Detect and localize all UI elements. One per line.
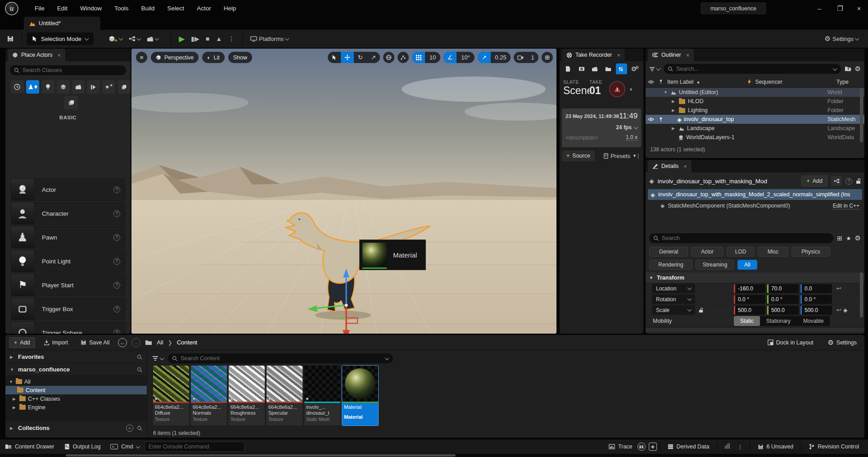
tab-actor[interactable]: Actor xyxy=(691,247,723,257)
more-options-icon[interactable]: ⋮ xyxy=(635,153,641,159)
content-drawer-button[interactable]: Content Drawer xyxy=(0,439,59,454)
outliner-scrollbar[interactable] xyxy=(860,88,863,142)
new-take-icon[interactable] xyxy=(562,63,574,74)
scale-tool-icon[interactable]: ↗ xyxy=(367,52,380,63)
column-sequencer-label[interactable]: Sequencer xyxy=(755,79,782,85)
content-filter-icon[interactable] xyxy=(152,356,163,361)
place-actors-search-input[interactable]: Search Classes xyxy=(10,65,126,75)
asset-tile-static-mesh[interactable]: ★ involv_...dinosaur_tStatic Mesh xyxy=(304,366,340,425)
asset-tile-material-selected[interactable]: Material Material xyxy=(342,366,378,425)
menu-build[interactable]: Build xyxy=(135,0,161,17)
geometry-category-icon[interactable] xyxy=(118,80,131,94)
grid-snap-icon[interactable] xyxy=(412,52,425,63)
fps-dropdown[interactable]: 24 fps xyxy=(616,124,632,131)
cinematic-category-icon[interactable] xyxy=(72,80,85,94)
add-component-button[interactable]: +Add xyxy=(801,176,827,186)
close-icon[interactable]: × xyxy=(686,52,690,59)
tab-all[interactable]: All xyxy=(737,260,757,270)
details-scrollbar[interactable] xyxy=(860,272,863,317)
details-tab[interactable]: Details × xyxy=(648,160,692,172)
shapes-category-icon[interactable] xyxy=(57,80,70,94)
scale-y-field[interactable]: 500.0 xyxy=(767,306,799,315)
menu-window[interactable]: Window xyxy=(74,0,108,17)
level-tab-untitled[interactable]: Untitled* xyxy=(24,17,100,30)
place-actor-item-actor[interactable]: Actor ? xyxy=(11,178,125,201)
media-category-icon[interactable] xyxy=(87,80,100,94)
menu-edit[interactable]: Edit xyxy=(51,0,74,17)
pin-icon[interactable] xyxy=(656,117,665,122)
skip-button[interactable]: ▮▶ xyxy=(188,32,202,45)
place-actor-item-trigger-sphere[interactable]: Trigger Sphere ? xyxy=(11,321,125,334)
horizontal-scrollbar[interactable] xyxy=(66,454,456,457)
world-local-icon[interactable] xyxy=(383,52,394,63)
save-icon[interactable] xyxy=(4,32,17,45)
tab-physics[interactable]: Physics xyxy=(791,247,830,257)
take-recorder-tab[interactable]: Take Recorder × xyxy=(562,49,625,61)
unlock-icon[interactable] xyxy=(856,178,861,184)
add-content-button[interactable]: +Add xyxy=(9,337,35,348)
rotate-tool-icon[interactable]: ↻ xyxy=(354,52,367,63)
location-dropdown[interactable]: Location xyxy=(652,284,695,293)
browse-takes-icon[interactable] xyxy=(602,63,614,74)
close-icon[interactable]: × xyxy=(683,163,687,170)
platforms-dropdown[interactable]: Platforms xyxy=(247,32,292,45)
blueprints-icon[interactable] xyxy=(126,32,144,45)
pin-column-icon[interactable] xyxy=(656,79,665,85)
outliner-tab[interactable]: Outliner × xyxy=(648,49,694,61)
favorites-section[interactable]: ▶Favorites xyxy=(5,351,147,363)
eject-button[interactable]: ▲ xyxy=(212,32,225,45)
texture-streaming-icon[interactable] xyxy=(720,443,734,450)
mesh-scale-icon[interactable]: ◈ xyxy=(843,307,847,313)
place-actor-item-pawn[interactable]: ♟ Pawn ? xyxy=(11,226,125,249)
minimize-button[interactable]: – xyxy=(809,0,829,17)
console-command-input[interactable]: Enter Console Command xyxy=(145,442,244,452)
favorites-star-icon[interactable]: ★ xyxy=(846,235,851,242)
column-type-label[interactable]: Type xyxy=(836,79,849,85)
perspective-dropdown[interactable]: Perspective xyxy=(151,52,199,63)
outliner-row-lighting[interactable]: ▶ Lighting Folder xyxy=(646,106,864,115)
cinematics-icon[interactable] xyxy=(144,32,162,45)
trace-button[interactable]: Trace xyxy=(604,439,637,454)
reset-location-icon[interactable]: ↩ xyxy=(836,285,841,292)
restore-button[interactable]: ❐ xyxy=(830,0,850,17)
surface-snap-icon[interactable] xyxy=(398,52,409,63)
project-section[interactable]: ▼marso_confluence xyxy=(5,363,147,376)
outliner-settings-gear-icon[interactable]: ⚙ xyxy=(855,65,861,73)
cmd-dropdown[interactable]: >_ Cmd xyxy=(105,439,144,454)
camera-speed-icon[interactable] xyxy=(514,52,527,63)
save-all-button[interactable]: Save All xyxy=(77,337,113,348)
scale-snap-icon[interactable]: ↗ xyxy=(478,52,491,63)
close-icon[interactable]: × xyxy=(617,52,620,59)
menu-actor[interactable]: Actor xyxy=(190,0,217,17)
slate-value[interactable]: Scene xyxy=(563,85,589,97)
display-options-icon[interactable]: ⊞ xyxy=(837,235,842,242)
tree-item-cpp-classes[interactable]: ▶C++ Classes xyxy=(5,394,147,403)
menu-tools[interactable]: Tools xyxy=(108,0,135,17)
tab-rendering[interactable]: Rendering xyxy=(649,260,692,270)
play-options-icon[interactable]: ⋮ xyxy=(225,32,238,45)
location-z-field[interactable]: 0.0 xyxy=(800,284,832,293)
rotation-dropdown[interactable]: Rotation xyxy=(652,294,695,304)
place-actor-item-player-start[interactable]: ⚑ Player Start ? xyxy=(11,274,125,296)
close-icon[interactable]: × xyxy=(57,52,61,59)
take-value[interactable]: 01 xyxy=(589,85,609,97)
menu-select[interactable]: Select xyxy=(161,0,191,17)
camera-speed-value[interactable]: 1 xyxy=(527,52,538,63)
review-takes-icon[interactable] xyxy=(576,63,588,74)
outliner-row-landscape[interactable]: ▶ Landscape Landscape xyxy=(646,124,864,133)
select-tool-icon[interactable] xyxy=(328,52,341,63)
asset-tile-specular[interactable]: ★ 664c8e6a2...SpecularTexture xyxy=(267,366,303,425)
unreal-logo-icon[interactable]: u xyxy=(5,2,18,15)
tab-general[interactable]: General xyxy=(649,247,688,257)
reset-scale-icon[interactable]: ↩ xyxy=(836,307,841,313)
content-settings-dropdown[interactable]: ⚙ Settings xyxy=(823,337,861,348)
maximize-viewport-icon[interactable]: ⊞ xyxy=(542,52,553,63)
close-button[interactable]: × xyxy=(849,0,868,17)
forward-icon[interactable]: → xyxy=(131,338,140,347)
rotation-z-field[interactable]: 0.0 ° xyxy=(800,295,832,304)
back-icon[interactable]: ← xyxy=(118,338,127,347)
take-description-field[interactable]: <description> xyxy=(565,135,598,141)
blueprint-convert-icon[interactable] xyxy=(831,176,842,186)
sequence-settings-icon[interactable] xyxy=(616,63,628,74)
add-source-button[interactable]: +Source xyxy=(562,150,595,161)
